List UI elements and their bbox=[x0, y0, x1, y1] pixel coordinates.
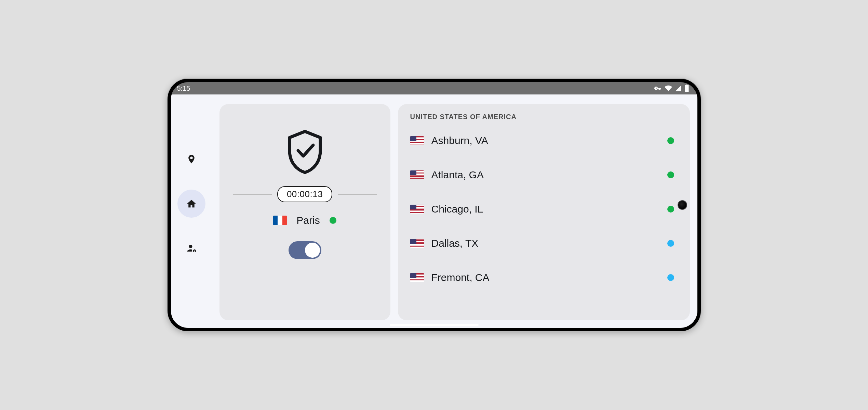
user-settings-icon bbox=[186, 243, 197, 253]
server-name: Fremont, CA bbox=[431, 272, 660, 283]
pin-icon bbox=[186, 154, 197, 164]
system-nav-pill[interactable] bbox=[390, 324, 479, 326]
server-name: Chicago, IL bbox=[431, 203, 660, 215]
server-name: Ashburn, VA bbox=[431, 135, 660, 146]
status-dot bbox=[667, 137, 674, 144]
status-dot bbox=[330, 217, 336, 224]
app-content: 00:00:13 Paris UNITED STATES OF AMERICA … bbox=[171, 94, 697, 328]
connection-toggle[interactable] bbox=[289, 241, 321, 259]
server-row[interactable]: Chicago, IL bbox=[410, 192, 678, 226]
status-dot bbox=[667, 206, 674, 213]
status-dot bbox=[667, 240, 674, 247]
sidebar-nav bbox=[171, 104, 212, 320]
nav-home[interactable] bbox=[177, 190, 205, 218]
divider-line bbox=[233, 194, 272, 195]
home-icon bbox=[186, 198, 197, 209]
us-flag-icon bbox=[410, 273, 424, 282]
phone-frame: 5:15 bbox=[168, 79, 701, 331]
server-name: Dallas, TX bbox=[431, 238, 660, 249]
battery-icon bbox=[684, 85, 689, 92]
nav-location[interactable] bbox=[177, 145, 205, 173]
server-row[interactable]: Fremont, CA bbox=[410, 260, 678, 295]
connection-card: 00:00:13 Paris bbox=[219, 104, 390, 320]
wifi-icon bbox=[665, 85, 672, 92]
nav-account[interactable] bbox=[177, 234, 205, 262]
server-list-card: UNITED STATES OF AMERICA Ashburn, VAAtla… bbox=[398, 104, 690, 320]
status-dot bbox=[667, 171, 674, 178]
us-flag-icon bbox=[410, 205, 424, 214]
svg-rect-3 bbox=[660, 88, 660, 90]
us-flag-icon bbox=[410, 239, 424, 248]
france-flag-icon bbox=[273, 216, 287, 225]
server-row[interactable]: Atlanta, GA bbox=[410, 158, 678, 192]
svg-point-1 bbox=[655, 88, 656, 89]
signal-icon bbox=[675, 85, 682, 92]
vpn-key-icon bbox=[654, 84, 662, 92]
divider-line bbox=[338, 194, 376, 195]
server-region-header: UNITED STATES OF AMERICA bbox=[410, 111, 678, 124]
server-row[interactable]: Ashburn, VA bbox=[410, 124, 678, 158]
connection-timer: 00:00:13 bbox=[277, 186, 332, 202]
us-flag-icon bbox=[410, 170, 424, 179]
us-flag-icon bbox=[410, 136, 424, 145]
timer-row: 00:00:13 bbox=[233, 186, 377, 202]
status-dot bbox=[667, 274, 674, 281]
statusbar-time: 5:15 bbox=[177, 85, 190, 92]
server-list[interactable]: Ashburn, VAAtlanta, GAChicago, ILDallas,… bbox=[410, 124, 678, 320]
shield-check-icon bbox=[283, 128, 327, 176]
statusbar-icons bbox=[654, 84, 689, 92]
camera-hole bbox=[678, 200, 687, 210]
status-bar: 5:15 bbox=[171, 82, 697, 94]
phone-screen: 5:15 bbox=[171, 82, 697, 328]
server-name: Atlanta, GA bbox=[431, 169, 660, 181]
current-location-row[interactable]: Paris bbox=[273, 215, 336, 226]
server-row[interactable]: Dallas, TX bbox=[410, 226, 678, 260]
toggle-knob bbox=[305, 243, 320, 258]
current-location-name: Paris bbox=[296, 215, 320, 226]
